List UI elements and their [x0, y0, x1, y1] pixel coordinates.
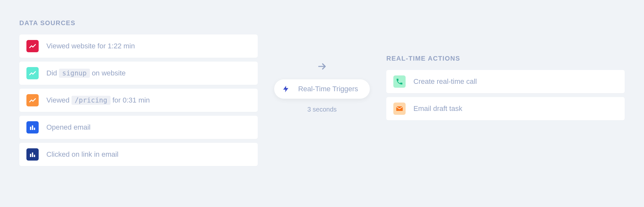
data-sources-column: DATA SOURCES Viewed website for 1:22 min…	[19, 19, 258, 166]
bar-chart-icon	[26, 121, 39, 133]
chart-line-icon	[26, 67, 39, 79]
bar-chart-icon	[26, 148, 39, 161]
pill-label: Real-Time Triggers	[298, 85, 358, 93]
real-time-actions-list: Create real-time callEmail draft task	[386, 70, 625, 120]
svg-rect-3	[30, 154, 31, 157]
svg-rect-0	[30, 127, 31, 130]
action-label: Email draft task	[413, 104, 462, 113]
text-fragment: on website	[92, 69, 126, 77]
data-source-item[interactable]: Viewed website for 1:22 min	[19, 34, 258, 58]
text-fragment: Clicked on link in email	[46, 150, 119, 159]
text-fragment: Did	[46, 69, 57, 77]
arrow-right-icon	[317, 61, 327, 72]
real-time-actions-column: REAL-TIME ACTIONS Create real-time callE…	[386, 19, 625, 120]
svg-rect-5	[34, 155, 35, 157]
svg-rect-1	[32, 125, 33, 130]
code-chip: /pricing	[72, 96, 111, 105]
data-sources-list: Viewed website for 1:22 minDidsignupon w…	[19, 34, 258, 166]
text-fragment: Viewed website for 1:22 min	[46, 42, 135, 50]
data-source-item[interactable]: Didsignupon website	[19, 62, 258, 85]
data-source-label: Viewed/pricingfor 0:31 min	[46, 96, 150, 105]
data-source-label: Viewed website for 1:22 min	[46, 42, 135, 50]
data-source-label: Opened email	[46, 123, 91, 132]
data-source-item[interactable]: Viewed/pricingfor 0:31 min	[19, 89, 258, 112]
svg-rect-4	[32, 153, 33, 157]
data-source-label: Clicked on link in email	[46, 150, 119, 159]
real-time-actions-title: REAL-TIME ACTIONS	[386, 55, 625, 62]
phone-icon	[393, 75, 406, 88]
action-item[interactable]: Email draft task	[386, 97, 625, 120]
text-fragment: Viewed	[46, 96, 70, 104]
chart-line-icon	[26, 40, 39, 52]
data-source-item[interactable]: Clicked on link in email	[19, 143, 258, 166]
data-source-item[interactable]: Opened email	[19, 116, 258, 139]
chart-line-icon	[26, 94, 39, 106]
flow-duration: 3 seconds	[307, 106, 337, 113]
data-source-label: Didsignupon website	[46, 69, 126, 78]
text-fragment: for 0:31 min	[112, 96, 150, 104]
flow-middle: Real-Time Triggers 3 seconds	[274, 19, 370, 113]
mail-icon	[393, 103, 406, 115]
data-sources-title: DATA SOURCES	[19, 19, 258, 27]
svg-rect-2	[34, 128, 35, 130]
code-chip: signup	[59, 69, 90, 78]
lightning-icon	[280, 83, 292, 95]
action-item[interactable]: Create real-time call	[386, 70, 625, 93]
real-time-triggers-pill[interactable]: Real-Time Triggers	[274, 79, 370, 99]
action-label: Create real-time call	[413, 77, 477, 86]
text-fragment: Opened email	[46, 123, 91, 132]
